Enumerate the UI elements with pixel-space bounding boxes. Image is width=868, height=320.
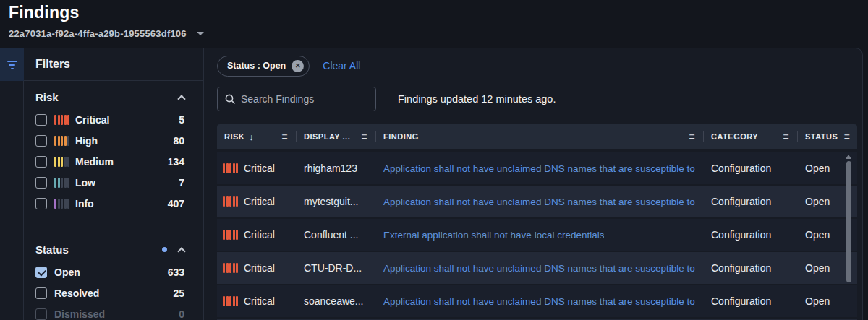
filter-option-high[interactable]: High 80 — [35, 130, 184, 151]
checkbox[interactable] — [35, 177, 47, 189]
column-menu-icon[interactable]: ≡ — [777, 131, 789, 142]
checkbox-checked[interactable] — [35, 267, 47, 278]
chevron-up-icon[interactable] — [177, 95, 185, 103]
status-section-header[interactable]: Status — [35, 243, 184, 256]
risk-filter-section: Risk Critical 5 High 80 — [24, 81, 203, 227]
checkbox-disabled — [35, 308, 47, 320]
sort-desc-icon[interactable]: ↓ — [249, 131, 254, 142]
risk-bars-icon — [223, 263, 238, 273]
scrollbar-thumb[interactable] — [846, 161, 851, 282]
finding-cell: External application shall not have loca… — [376, 219, 704, 251]
risk-section-title: Risk — [35, 91, 59, 103]
checkbox[interactable] — [35, 198, 47, 209]
chevron-down-icon[interactable] — [197, 32, 204, 35]
table-row[interactable]: Critical mytestguit... Application shall… — [217, 186, 857, 217]
filter-option-medium[interactable]: Medium 134 — [35, 151, 184, 172]
column-menu-icon[interactable]: ≡ — [276, 131, 288, 142]
filter-option-label: Medium — [75, 156, 114, 168]
filter-option-count: 25 — [173, 287, 184, 299]
filter-icon — [7, 61, 17, 69]
display-name-cell: mytestguit... — [297, 186, 376, 217]
finding-cell: Application shall not have unclaimed DNS… — [376, 252, 704, 284]
column-header-finding[interactable]: FINDING ≡ — [376, 124, 704, 149]
column-header-category[interactable]: CATEGORY ≡ — [704, 124, 798, 149]
search-box[interactable] — [217, 87, 376, 111]
risk-bars-icon — [223, 296, 238, 306]
column-menu-icon[interactable]: ≡ — [683, 131, 695, 142]
risk-section-header[interactable]: Risk — [35, 91, 184, 103]
table-row[interactable]: Critical rhigham123 Application shall no… — [217, 152, 857, 184]
checkbox[interactable] — [35, 287, 47, 299]
filter-option-resolved[interactable]: Resolved 25 — [35, 282, 184, 303]
finding-cell: Application shall not have unclaimed DNS… — [376, 152, 704, 184]
risk-bars-icon — [54, 178, 69, 188]
risk-cell: Critical — [217, 219, 297, 251]
page-title: Findings — [9, 3, 859, 22]
filter-rail — [0, 48, 24, 320]
filters-sidebar: Filters Risk Critical 5 High 8 — [24, 48, 204, 320]
active-filter-dot — [162, 247, 167, 252]
column-header-status[interactable]: STATUS ≡ — [798, 124, 857, 149]
filter-option-label: Dismissed — [54, 308, 105, 320]
filter-option-info[interactable]: Info 407 — [35, 193, 184, 214]
risk-label: Critical — [244, 229, 275, 241]
display-name-cell: Confluent ... — [297, 219, 376, 251]
filter-option-critical[interactable]: Critical 5 — [35, 109, 184, 130]
filter-option-open[interactable]: Open 633 — [35, 261, 184, 282]
category-cell: Configuration — [704, 285, 798, 317]
finding-link[interactable]: Application shall not have unclaimed DNS… — [383, 263, 695, 274]
filter-toggle-button[interactable] — [0, 48, 24, 81]
risk-bars-icon — [223, 163, 238, 173]
filter-option-count: 0 — [179, 308, 184, 320]
search-input[interactable] — [241, 93, 368, 105]
category-cell: Configuration — [704, 152, 798, 184]
category-cell: Configuration — [704, 186, 798, 217]
filter-option-low[interactable]: Low 7 — [35, 172, 184, 193]
findings-page: Findings 22a7031a-f92a-4ffa-a29b-1955563… — [0, 0, 868, 320]
column-menu-icon[interactable]: ≡ — [355, 131, 367, 142]
risk-bars-icon — [54, 199, 69, 209]
status-filter-section: Status Open 633 Resolved 25 D — [24, 233, 203, 320]
column-menu-icon[interactable]: ≡ — [838, 131, 850, 142]
finding-link[interactable]: Application shall not have unclaimed DNS… — [383, 196, 695, 207]
risk-label: Critical — [244, 163, 275, 174]
column-label: DISPLAY ... — [304, 132, 350, 141]
table-body: Critical rhigham123 Application shall no… — [217, 152, 857, 320]
finding-link[interactable]: External application shall not have loca… — [383, 230, 604, 241]
finding-link[interactable]: Application shall not have unclaimed DNS… — [383, 163, 695, 174]
display-name-cell: CTU-DR-D... — [297, 252, 376, 284]
clear-all-link[interactable]: Clear All — [323, 60, 360, 72]
checkbox[interactable] — [35, 114, 47, 126]
category-cell: Configuration — [704, 219, 798, 251]
filter-option-count: 7 — [179, 177, 184, 189]
column-label: RISK — [224, 132, 244, 141]
risk-bars-icon — [223, 196, 238, 207]
active-filter-chip[interactable]: Status : Open ✕ — [217, 56, 310, 77]
column-header-risk[interactable]: RISK ↓ ≡ — [217, 124, 297, 149]
search-icon — [225, 94, 235, 104]
risk-cell: Critical — [217, 186, 297, 217]
search-row: Findings updated 12 minutes ago. — [217, 87, 857, 111]
display-name-cell: soanceawe... — [297, 285, 376, 317]
findings-table: RISK ↓ ≡ DISPLAY ... ≡ FINDING ≡ CATEGOR… — [217, 124, 857, 320]
scan-id: 22a7031a-f92a-4ffa-a29b-1955563df106 — [9, 28, 187, 39]
risk-bars-icon — [223, 230, 238, 240]
column-header-display-name[interactable]: DISPLAY ... ≡ — [297, 124, 376, 149]
risk-label: Critical — [244, 295, 275, 307]
table-row[interactable]: Critical CTU-DR-D... Application shall n… — [217, 252, 857, 284]
checkbox[interactable] — [35, 135, 47, 147]
filter-option-count: 633 — [168, 267, 184, 278]
risk-label: Critical — [244, 262, 275, 274]
table-scrollbar[interactable] — [846, 155, 851, 282]
scroll-up-arrow-icon[interactable] — [846, 155, 851, 159]
table-row[interactable]: Critical Confluent ... External applicat… — [217, 219, 857, 251]
column-label: FINDING — [383, 132, 419, 141]
finding-link[interactable]: Application shall not have unclaimed DNS… — [383, 296, 695, 307]
checkbox[interactable] — [35, 156, 47, 168]
chevron-up-icon[interactable] — [177, 247, 185, 255]
close-icon[interactable]: ✕ — [292, 60, 304, 72]
page-header: Findings 22a7031a-f92a-4ffa-a29b-1955563… — [0, 0, 868, 48]
filter-option-count: 134 — [168, 156, 184, 168]
table-row[interactable]: Critical soanceawe... Application shall … — [217, 285, 857, 317]
scan-selector[interactable]: 22a7031a-f92a-4ffa-a29b-1955563df106 — [9, 28, 859, 39]
